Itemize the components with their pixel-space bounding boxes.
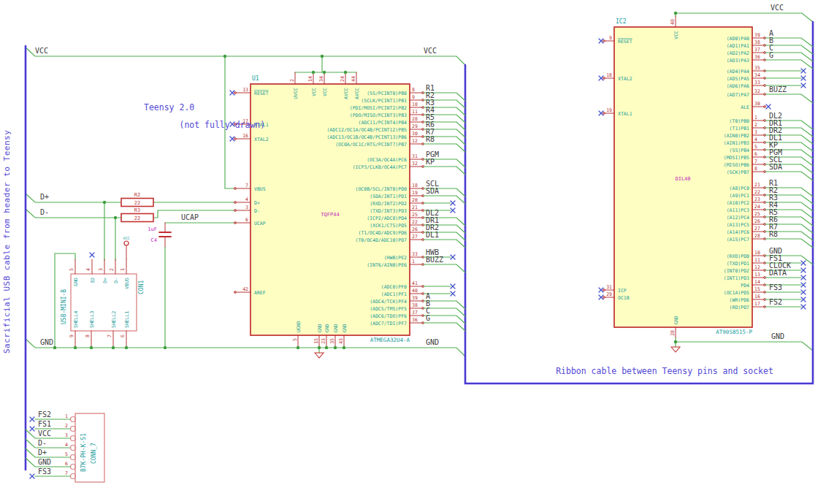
component-ref-u1[interactable]: U1: [252, 75, 259, 82]
net-label-fs2[interactable]: FS2: [38, 411, 51, 419]
wire[interactable]: [424, 323, 465, 331]
wire[interactable]: [424, 196, 465, 204]
vcc-power-icon[interactable]: [124, 241, 129, 245]
pin-name: UGND: [296, 321, 302, 332]
pin-number: 29: [606, 291, 612, 297]
net-label-d+[interactable]: D+: [40, 193, 49, 201]
wire[interactable]: [424, 167, 465, 175]
pin-name: VBUS: [124, 278, 130, 289]
pin-number: 3: [754, 129, 757, 135]
net-label-d-[interactable]: D-: [38, 439, 47, 447]
component-value[interactable]: B7K-PH-K-S1: [80, 433, 87, 472]
pin-name: SHELL2: [111, 310, 117, 328]
component-value[interactable]: 22: [134, 215, 140, 221]
net-label-dl1[interactable]: DL1: [426, 231, 439, 239]
net-label-gnd[interactable]: GND: [40, 338, 53, 346]
wire[interactable]: [676, 13, 813, 22]
pin-number: 19: [606, 107, 612, 113]
pin-number: 11: [754, 257, 760, 263]
gnd-symbol-icon[interactable]: [671, 347, 680, 352]
net-label-fs2[interactable]: FS2: [769, 298, 782, 306]
pin-name: (TXD)PD1: [727, 261, 749, 267]
wire[interactable]: [26, 448, 70, 457]
net-label-gnd[interactable]: GND: [38, 458, 51, 466]
teensy-note[interactable]: Teensy 2.0 (not fully drawn): [144, 103, 265, 129]
net-label-fs1[interactable]: FS1: [38, 420, 51, 428]
component-value[interactable]: 1uF: [148, 226, 157, 232]
net-label-g[interactable]: G: [426, 314, 430, 322]
component-ref-conn7[interactable]: CONN_7: [91, 443, 97, 464]
wire[interactable]: [26, 439, 70, 448]
net-label-r8[interactable]: R8: [769, 230, 778, 238]
wire[interactable]: [765, 60, 813, 69]
pin-number: 1: [754, 115, 757, 121]
component-value[interactable]: 22: [134, 200, 140, 206]
net-label-r8[interactable]: R8: [426, 135, 435, 143]
junction-dot: [344, 71, 347, 74]
junction-dot: [343, 346, 345, 349]
wire[interactable]: [676, 337, 813, 351]
pin-name: (A15)PC7: [727, 237, 749, 243]
pin-number: 4: [245, 196, 248, 202]
component-value[interactable]: DIL40: [675, 176, 690, 182]
pin-number: 9: [412, 94, 415, 100]
net-label-vcc[interactable]: VCC: [38, 429, 51, 438]
component-ref-con1[interactable]: CON1: [138, 280, 145, 294]
net-label-vcc[interactable]: VCC: [424, 47, 437, 55]
pin-number: 1: [412, 259, 415, 264]
net-label-gnd[interactable]: GND: [426, 338, 439, 346]
net-label-gnd[interactable]: GND: [771, 332, 784, 340]
pin-number: 11: [412, 109, 418, 115]
component-value[interactable]: TQFP44: [321, 212, 339, 218]
net-label-d+[interactable]: D+: [38, 448, 47, 457]
pin-name: (A14)PC6: [727, 229, 749, 235]
component-body-conn7[interactable]: [75, 413, 104, 482]
net-label-kp[interactable]: KP: [426, 158, 435, 166]
net-label-buzz[interactable]: BUZZ: [426, 256, 443, 264]
net-label-sda[interactable]: SDA: [769, 163, 782, 171]
component-value[interactable]: USB-MINI-B: [61, 289, 67, 324]
component-ref-ic2[interactable]: IC2: [616, 18, 627, 25]
pin-number: 4: [85, 268, 91, 271]
net-label-vcc[interactable]: VCC: [770, 4, 784, 12]
net-label-d-[interactable]: D-: [40, 208, 49, 216]
net-label-fs3[interactable]: FS3: [38, 467, 51, 476]
wire[interactable]: [424, 240, 465, 248]
pin-number: 35: [329, 338, 335, 344]
pin-name: D-: [254, 208, 260, 214]
pin-number: 42: [242, 286, 248, 292]
pin-name: (T0/OC4D/ADC10)PD7: [356, 237, 408, 243]
net-label-sda[interactable]: SDA: [426, 187, 439, 195]
pin-number: 2: [289, 79, 295, 82]
pin-number: 6: [65, 461, 68, 467]
pin-number: 38: [412, 302, 418, 308]
component-ref-r3[interactable]: R3: [134, 207, 140, 213]
wire[interactable]: [765, 94, 813, 103]
net-label-ucap[interactable]: UCAP: [181, 213, 199, 221]
component-ref-r2[interactable]: R2: [134, 192, 140, 198]
gnd-symbol-icon[interactable]: [315, 353, 324, 358]
net-label-g[interactable]: G: [769, 51, 773, 59]
pin-number: 27: [754, 226, 760, 232]
ribbon-cable-note[interactable]: Ribbon cable between Teensy pins and soc…: [552, 367, 777, 375]
pin-number: 3: [98, 268, 104, 271]
usb-cable-note[interactable]: Sacrificial USB cable from header to Tee…: [3, 145, 15, 354]
junction-dot: [125, 346, 128, 349]
pin-number: 3: [245, 205, 248, 210]
wire[interactable]: [424, 264, 465, 272]
component-part-name[interactable]: AT90S8515-P: [716, 329, 752, 335]
pin-number: 41: [412, 280, 418, 286]
pin-number: 26: [754, 218, 760, 224]
component-ref-c4[interactable]: C4: [151, 237, 157, 243]
net-label-fs3[interactable]: FS3: [769, 283, 782, 291]
pin-name: (MISO)PB6: [724, 162, 749, 168]
pin-number: 1: [65, 413, 68, 419]
pin-name: (ADC11/PCINT4)PB4: [358, 120, 407, 126]
pin-name: (XCK1/CTS)PD5: [370, 223, 407, 229]
net-label-buzz[interactable]: BUZZ: [769, 85, 787, 93]
component-part-name[interactable]: ATMEGA32U4-A: [370, 337, 410, 343]
net-label-data[interactable]: DATA: [769, 269, 787, 277]
pin-name: (AD2)PA2: [727, 50, 749, 56]
net-label-vcc[interactable]: VCC: [35, 47, 48, 55]
wire[interactable]: [26, 47, 465, 65]
